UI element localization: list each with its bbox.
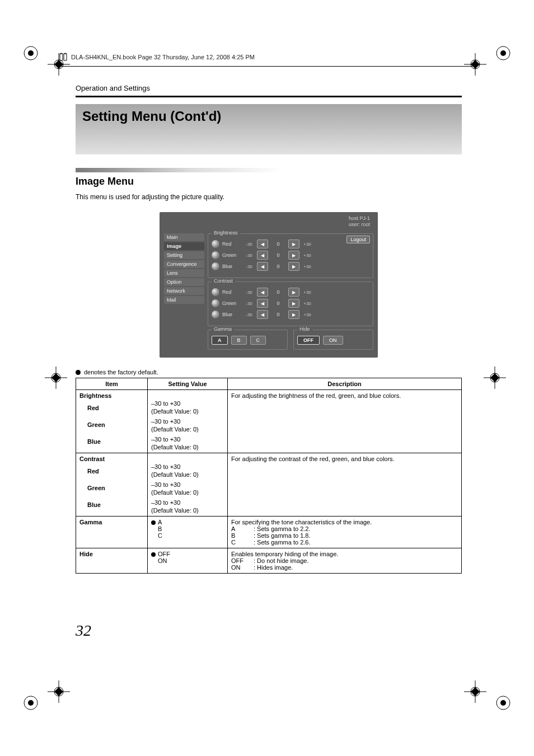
decrement-button[interactable]: ◀: [257, 310, 268, 319]
brightness-red-row: Red -30 ◀ 0 ▶ +30: [212, 240, 369, 248]
row-value: (Default Value: 0): [151, 444, 224, 450]
gamma-option-c[interactable]: C: [250, 336, 266, 345]
row-value: (Default Value: 0): [151, 426, 224, 433]
svg-point-5: [28, 700, 34, 706]
range-max: +30: [302, 264, 312, 269]
hide-line-val: : Do not hide image.: [254, 557, 308, 564]
sidebar-item-lens[interactable]: Lens: [164, 269, 204, 277]
sidebar-item-option[interactable]: Option: [164, 278, 204, 286]
decrement-button[interactable]: ◀: [257, 251, 268, 260]
value-display: 0: [271, 289, 285, 295]
brightness-green-row: Green -30 ◀ 0 ▶ +30: [212, 251, 369, 260]
row-value: –30 to +30: [151, 436, 224, 443]
channel-label: Red: [222, 241, 241, 247]
hide-option-on[interactable]: ON: [323, 336, 343, 345]
channel-label: Green: [222, 300, 241, 306]
increment-button[interactable]: ▶: [288, 299, 299, 308]
row-desc: For adjusting the brightness of the red,…: [228, 390, 462, 453]
decrement-button[interactable]: ◀: [257, 288, 268, 297]
book-icon: [59, 53, 68, 62]
sidebar-item-image[interactable]: Image: [164, 242, 204, 250]
range-min: -30: [244, 253, 254, 258]
table-row: Contrast Red Green Blue –30 to +30 (Defa…: [76, 453, 462, 516]
gradient-bar: [76, 168, 283, 172]
default-marker-icon: [151, 552, 156, 557]
gamma-opt-a: A: [158, 519, 162, 525]
channel-label: Red: [222, 289, 241, 295]
hide-label: Hide: [297, 326, 312, 332]
page-number: 32: [76, 622, 91, 640]
row-contrast-red: Red: [79, 468, 144, 475]
brightness-blue-row: Blue -30 ◀ 0 ▶ +30: [212, 262, 369, 271]
range-min: -30: [244, 264, 254, 269]
increment-button[interactable]: ▶: [288, 262, 299, 271]
sidebar-item-convergence[interactable]: Convergence: [164, 260, 204, 268]
settings-table: Item Setting Value Description Brightnes…: [76, 378, 462, 574]
sidebar-item-network[interactable]: Network: [164, 287, 204, 295]
gamma-desc-title: For specifying the tone characteristics …: [231, 519, 458, 525]
range-min: -30: [244, 242, 254, 247]
channel-label: Green: [222, 252, 241, 258]
channel-label: Blue: [222, 264, 241, 269]
row-value: –30 to +30: [151, 463, 224, 470]
device-user-line: user: root: [346, 222, 370, 228]
value-display: 0: [271, 264, 285, 269]
radio-icon[interactable]: [212, 240, 219, 248]
range-max: +30: [302, 301, 312, 306]
gamma-line-key: C: [231, 539, 248, 546]
increment-button[interactable]: ▶: [288, 240, 299, 248]
row-gamma-title: Gamma: [76, 516, 148, 548]
row-brightness-red: Red: [79, 405, 144, 411]
hide-desc-title: Enables temporary hiding of the image.: [231, 551, 458, 557]
section-rule: [76, 96, 462, 97]
range-max: +30: [302, 312, 312, 317]
table-row: Brightness Red Green Blue –30 to +30 (De…: [76, 390, 462, 453]
print-crosshair-mark: [484, 367, 506, 389]
row-value: –30 to +30: [151, 400, 224, 407]
page-title: Setting Menu (Cont'd): [82, 109, 221, 124]
row-value: (Default Value: 0): [151, 507, 224, 514]
sidebar-item-mail[interactable]: Mail: [164, 296, 204, 304]
contrast-label: Contrast: [212, 278, 235, 284]
radio-icon[interactable]: [212, 311, 219, 318]
radio-icon[interactable]: [212, 288, 219, 296]
gamma-option-b[interactable]: B: [231, 336, 247, 345]
row-value: (Default Value: 0): [151, 471, 224, 478]
device-ui-panel: host PJ-1 user: root Logout Main Image S…: [160, 212, 378, 358]
decrement-button[interactable]: ◀: [257, 299, 268, 308]
value-display: 0: [271, 300, 285, 306]
print-crosshair-mark: [464, 680, 486, 703]
device-sidebar: Main Image Setting Convergence Lens Opti…: [164, 233, 204, 350]
gamma-group: Gamma A B C: [208, 330, 288, 350]
radio-icon[interactable]: [212, 251, 219, 259]
value-display: 0: [271, 252, 285, 258]
row-value: (Default Value: 0): [151, 489, 224, 496]
print-registration-mark: [492, 42, 514, 64]
gamma-line-val: : Sets gamma to 1.8.: [254, 532, 311, 539]
decrement-button[interactable]: ◀: [257, 262, 268, 271]
row-brightness-title: Brightness: [79, 392, 144, 399]
title-band: Setting Menu (Cont'd): [76, 104, 462, 154]
table-row: Gamma A B C For specifying the tone char…: [76, 516, 462, 548]
hide-opt-on: ON: [151, 557, 224, 564]
increment-button[interactable]: ▶: [288, 310, 299, 319]
hide-line-key: OFF: [231, 557, 248, 564]
radio-icon[interactable]: [212, 299, 219, 307]
gamma-opt-c: C: [151, 532, 224, 539]
range-min: -30: [244, 301, 254, 306]
print-header: DLA-SH4KNL_EN.book Page 32 Thursday, Jun…: [59, 53, 476, 62]
gamma-opt-b: B: [151, 525, 224, 532]
sidebar-item-main[interactable]: Main: [164, 233, 204, 241]
hide-option-off[interactable]: OFF: [297, 336, 320, 345]
increment-button[interactable]: ▶: [288, 251, 299, 260]
th-value: Setting Value: [148, 378, 228, 390]
radio-icon[interactable]: [212, 262, 219, 270]
print-registration-mark: [20, 692, 42, 714]
decrement-button[interactable]: ◀: [257, 240, 268, 248]
gamma-option-a[interactable]: A: [212, 336, 228, 345]
increment-button[interactable]: ▶: [288, 288, 299, 297]
row-brightness-blue: Blue: [79, 438, 144, 445]
sidebar-item-setting[interactable]: Setting: [164, 251, 204, 259]
range-max: +30: [302, 253, 312, 258]
range-min: -30: [244, 290, 254, 295]
